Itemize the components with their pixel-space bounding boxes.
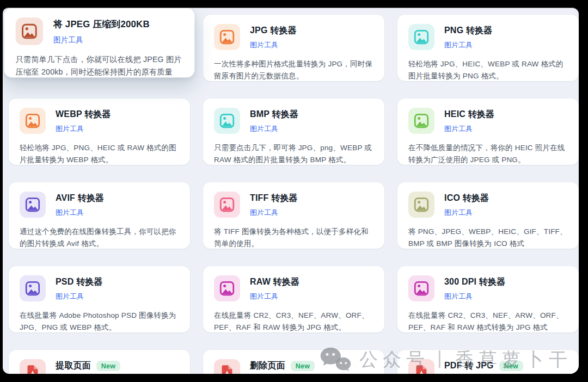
tool-card[interactable]: HEIC 转换器 图片工具 在不降低质量的情况下，将你的 HEIC 照片在线转换… — [397, 98, 579, 165]
tool-card[interactable]: 提取页面New — [9, 350, 190, 374]
tool-category-link[interactable]: 图片工具 — [250, 208, 278, 218]
tool-title: PNG 转换器 — [444, 25, 493, 36]
tool-title: PSD 转换器 — [56, 276, 103, 288]
tool-title: JPG 转换器 — [250, 25, 297, 36]
tool-title: RAW 转换器 — [250, 276, 299, 288]
tool-category-link[interactable]: 图片工具 — [56, 292, 84, 301]
image-icon — [24, 196, 41, 213]
tool-category-link[interactable]: 图片工具 — [250, 292, 278, 301]
tool-card[interactable]: 将 JPEG 压缩到200KB 图片工具 只需简单几下点击，你就可以在线把 JP… — [4, 8, 195, 78]
tool-title: WEBP 转换器 — [56, 109, 111, 120]
image-icon — [413, 113, 430, 129]
tool-title: 将 JPEG 压缩到200KB — [53, 19, 150, 30]
window-frame: 将 JPEG 压缩到200KB 图片工具 只需简单几下点击，你就可以在线把 JP… — [0, 0, 588, 382]
tool-description: 在线批量将 CR2、CR3、NEF、ARW、ORF、PEF、RAF 和 RAW … — [408, 310, 568, 332]
new-badge: New — [499, 361, 523, 371]
tool-description: 轻松地将 JPG、PNG、HEIC 或 RAW 格式的图片批量转换为 WEBP … — [20, 142, 179, 165]
tool-description: 将 PNG、JPEG、WEBP、HEIC、GIF、TIFF、BMP 或 BMP … — [408, 226, 568, 249]
image-icon — [21, 23, 38, 40]
pdf-file-icon — [219, 364, 235, 374]
tool-description: 只需简单几下点击，你就可以在线把 JPEG 图片压缩至 200kb，同时还能保持… — [16, 54, 183, 78]
tool-title: 删除页面 — [250, 360, 285, 372]
tool-category-link[interactable]: 图片工具 — [250, 124, 278, 134]
image-icon — [219, 196, 235, 213]
tool-description: 在线批量将 CR2、CR3、NEF、ARW、ORF、PEF、RAF 和 RAW … — [214, 310, 373, 332]
tool-title: AVIF 转换器 — [56, 193, 104, 204]
tool-category-link[interactable]: 图片工具 — [250, 40, 278, 50]
tool-card[interactable]: PDF 转 JPGNew — [397, 350, 579, 374]
tool-description: 在线批量将 Adobe Photoshop PSD 图像转换为 JPG、PNG … — [20, 310, 179, 332]
tool-title: TIFF 转换器 — [250, 193, 298, 204]
tool-category-link[interactable]: 图片工具 — [56, 124, 84, 134]
image-icon — [413, 29, 430, 45]
tool-description: 将 TIFF 图像转换为各种格式，以便于多样化和简单的使用。 — [214, 226, 373, 249]
image-icon — [219, 280, 235, 297]
tool-title: PDF 转 JPG — [444, 360, 494, 372]
tool-title: HEIC 转换器 — [444, 109, 494, 120]
page-viewport: 将 JPEG 压缩到200KB 图片工具 只需简单几下点击，你就可以在线把 JP… — [3, 8, 579, 374]
image-icon — [413, 280, 430, 297]
pdf-file-icon — [24, 364, 41, 374]
tool-card[interactable]: 删除页面New — [203, 350, 384, 374]
tool-category-link[interactable]: 图片工具 — [53, 35, 83, 45]
tool-category-link[interactable]: 图片工具 — [56, 208, 84, 218]
pdf-file-icon — [413, 364, 430, 374]
tool-description: 一次性将多种图片格式批量转换为 JPG，同时保留原有图片的元数据信息。 — [214, 58, 373, 81]
tool-description: 轻松地将 JPG、HEIC、WEBP 或 RAW 格式的图片批量转换为 PNG … — [408, 58, 568, 81]
tool-card[interactable]: BMP 转换器 图片工具 只需要点击几下，即可将 JPG、png、WEBP 或 … — [203, 98, 384, 165]
tool-description: 在不降低质量的情况下，将你的 HEIC 照片在线转换为广泛使用的 JPEG 或 … — [408, 142, 568, 165]
image-icon — [24, 113, 41, 129]
image-icon — [219, 113, 235, 129]
tool-card[interactable]: RAW 转换器 图片工具 在线批量将 CR2、CR3、NEF、ARW、ORF、P… — [203, 266, 384, 332]
tool-title: ICO 转换器 — [444, 193, 489, 204]
image-icon — [219, 29, 235, 45]
new-badge: New — [96, 361, 120, 371]
tool-category-link[interactable]: 图片工具 — [444, 208, 473, 218]
tool-card[interactable]: PSD 转换器 图片工具 在线批量将 Adobe Photoshop PSD 图… — [9, 266, 190, 332]
tool-card[interactable]: TIFF 转换器 图片工具 将 TIFF 图像转换为各种格式，以便于多样化和简单… — [203, 182, 384, 249]
tool-title: 提取页面 — [56, 360, 91, 372]
tool-category-link[interactable]: 图片工具 — [444, 124, 473, 134]
tool-category-link[interactable]: 图片工具 — [444, 40, 473, 50]
tool-description: 只需要点击几下，即可将 JPG、png、WEBP 或 RAW 格式的图片批量转换… — [214, 142, 373, 165]
image-icon — [24, 280, 41, 297]
new-badge: New — [291, 361, 315, 371]
tool-card[interactable]: JPG 转换器 图片工具 一次性将多种图片格式批量转换为 JPG，同时保留原有图… — [203, 15, 384, 81]
tool-category-link[interactable]: 图片工具 — [444, 292, 473, 301]
tool-card[interactable]: WEBP 转换器 图片工具 轻松地将 JPG、PNG、HEIC 或 RAW 格式… — [9, 98, 190, 165]
tool-card[interactable]: 300 DPI 转换器 图片工具 在线批量将 CR2、CR3、NEF、ARW、O… — [397, 266, 579, 332]
image-icon — [413, 196, 430, 213]
tool-card[interactable]: PNG 转换器 图片工具 轻松地将 JPG、HEIC、WEBP 或 RAW 格式… — [397, 15, 579, 81]
tool-card[interactable]: AVIF 转换器 图片工具 通过这个免费的在线图像转换工具，你可以把你的图片转换… — [9, 182, 190, 249]
tool-description: 通过这个免费的在线图像转换工具，你可以把你的图片转换成 Avif 格式。 — [20, 226, 179, 249]
tool-title: BMP 转换器 — [250, 109, 298, 120]
tools-grid: 将 JPEG 压缩到200KB 图片工具 只需简单几下点击，你就可以在线把 JP… — [3, 8, 579, 374]
tool-card[interactable]: ICO 转换器 图片工具 将 PNG、JPEG、WEBP、HEIC、GIF、TI… — [397, 182, 579, 249]
tool-title: 300 DPI 转换器 — [444, 276, 505, 288]
